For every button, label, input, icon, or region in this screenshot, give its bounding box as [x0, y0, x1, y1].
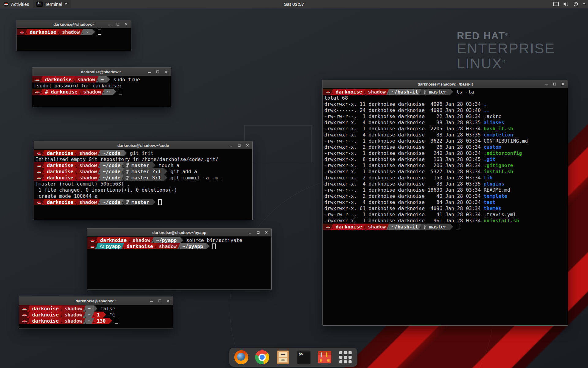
- prompt-line: darknoiseshadow~/pyappsource bin/activat…: [87, 237, 271, 243]
- output-line: Initialized empty Git repository in /hom…: [34, 156, 252, 162]
- minimize-button[interactable]: [149, 299, 154, 303]
- segment-text: darknoise: [32, 318, 59, 324]
- dock-item-files[interactable]: [276, 350, 290, 364]
- file-list-row: drwxrwxr-x. 4 darknoise darknoise 38 Jan…: [323, 119, 568, 125]
- prompt-arrow-cap: [153, 162, 156, 168]
- titlebar[interactable]: darknoise@shadow:~/bash-it: [323, 80, 568, 88]
- grid-dot: [344, 360, 347, 363]
- prompt-segment-host: shadow: [78, 89, 104, 95]
- output-line: total 68: [323, 95, 568, 101]
- minimize-button[interactable]: [229, 143, 233, 148]
- command-text: touch a: [159, 163, 179, 168]
- git-branch-icon: [424, 90, 427, 94]
- maximize-button[interactable]: [256, 230, 260, 235]
- terminal-content[interactable]: darknoiseshadow~sudo true[sudo] password…: [32, 76, 171, 107]
- chevron-down-icon: [64, 3, 67, 5]
- titlebar[interactable]: darknoise@shadow:~/code: [34, 141, 252, 150]
- rhel-logo: RED HAT® ENTERPRISE LINUX®: [457, 31, 555, 71]
- terminal-app-icon: $>: [36, 2, 43, 7]
- dock-item-terminal[interactable]: $>: [297, 350, 311, 364]
- file-name: ..: [484, 107, 489, 113]
- terminal-content[interactable]: darknoiseshadow~/pyappsource bin/activat…: [87, 236, 271, 289]
- git-branch-icon: [126, 200, 130, 205]
- dock-item-toolbox[interactable]: [318, 350, 332, 364]
- prompt-segment-host: shadow: [59, 312, 86, 318]
- redhat-icon: [37, 176, 42, 179]
- segment-text: ~: [88, 306, 91, 312]
- clock[interactable]: Sat 03:57: [284, 2, 304, 7]
- titlebar[interactable]: darknoise@shadow:~/pyapp: [87, 228, 271, 237]
- titlebar[interactable]: darknoise@shadow:~: [19, 297, 173, 305]
- maximize-button[interactable]: [237, 143, 241, 148]
- close-button[interactable]: [264, 230, 269, 235]
- minimize-button[interactable]: [544, 82, 548, 86]
- terminal-cursor: [119, 89, 122, 94]
- grid-dot: [339, 356, 342, 359]
- close-button[interactable]: [164, 70, 168, 74]
- chrome-icon: [255, 350, 269, 364]
- command-text: source bin/activate: [186, 237, 242, 243]
- file-list-row: drwxrwxr-x. 61 darknoise darknoise 4096 …: [323, 205, 568, 211]
- prompt-arrow-cap: [113, 89, 116, 95]
- maximize-button[interactable]: [158, 299, 162, 303]
- prompt-segment-host: shadow: [59, 305, 86, 312]
- file-meta: drwxrwxr-x. 61 darknoise darknoise 4096 …: [324, 205, 484, 211]
- segment-text: ~/pyapp: [183, 243, 203, 249]
- maximize-button[interactable]: [116, 22, 120, 26]
- segment-text: ~: [88, 318, 91, 324]
- command-text: ls -la: [456, 89, 474, 95]
- prompt-segment-host: shadow: [363, 224, 389, 230]
- minimize-button[interactable]: [107, 22, 112, 26]
- file-name: aliases: [484, 120, 504, 125]
- rhel-logo-line1: RED HAT®: [457, 31, 555, 41]
- segment-text: master: [131, 163, 149, 168]
- command-text: git add a: [171, 169, 197, 174]
- file-name: uninstall.sh: [484, 218, 519, 224]
- minimize-button[interactable]: [248, 230, 252, 235]
- terminal-content[interactable]: darknoiseshadow~/codegit initInitialized…: [34, 149, 252, 220]
- close-button[interactable]: [561, 82, 565, 86]
- window-title: darknoise@shadow:~/bash-it: [418, 82, 473, 86]
- prompt-segment-host: shadow: [74, 150, 100, 156]
- firefox-icon: [234, 350, 248, 364]
- close-button[interactable]: [124, 22, 128, 26]
- close-icon: [125, 23, 128, 26]
- focused-app-menu[interactable]: $> Terminal: [33, 0, 71, 8]
- close-button[interactable]: [245, 143, 250, 148]
- file-meta: -rwxrwxr-x. 1 darknoise darknoise 5327 J…: [324, 169, 484, 174]
- activities-button[interactable]: Activities: [0, 0, 33, 8]
- python-venv-icon: [100, 244, 104, 248]
- dock-item-firefox[interactable]: [234, 350, 248, 364]
- prompt-segment-host: shadow: [74, 199, 100, 205]
- window-title: darknoise@shadow:~: [76, 299, 117, 303]
- file-name: plugins: [484, 181, 504, 187]
- dock-item-app-grid[interactable]: [338, 350, 352, 364]
- system-status-area[interactable]: [553, 0, 586, 8]
- file-list-row: -rw-rw-r--. 1 darknoise darknoise 3622 J…: [323, 138, 568, 144]
- close-icon: [561, 82, 564, 86]
- file-name: bash_it.sh: [484, 126, 513, 132]
- segment-text: master ?:1: [131, 169, 161, 174]
- maximize-icon: [257, 231, 260, 234]
- command-text: git commit -a -m .: [171, 175, 224, 181]
- minimize-button[interactable]: [147, 70, 152, 74]
- close-button[interactable]: [166, 299, 170, 303]
- segment-text: shadow: [368, 224, 386, 230]
- screwdriver-tool: [326, 352, 327, 357]
- terminal-content[interactable]: darknoiseshadow~/bash-itmasterls -latota…: [323, 88, 568, 325]
- file-list-row: drwxrwxr-x. 2 darknoise darknoise 26 Jan…: [323, 144, 568, 150]
- maximize-button[interactable]: [156, 70, 160, 74]
- terminal-content[interactable]: darknoiseshadow~: [17, 28, 131, 51]
- command-text: false: [100, 306, 115, 312]
- maximize-button[interactable]: [552, 82, 557, 86]
- file-name: completion: [484, 132, 513, 138]
- dock-item-chrome[interactable]: [255, 350, 269, 364]
- minimize-icon: [545, 82, 548, 86]
- maximize-icon: [116, 23, 119, 26]
- file-list-row: drwxrwxr-x. 11 darknoise darknoise 4096 …: [323, 101, 568, 107]
- terminal-content[interactable]: darknoiseshadow~falsedarknoiseshadow~1^C…: [19, 305, 173, 328]
- titlebar[interactable]: darknoise@shadow:~: [32, 68, 171, 76]
- segment-text: pyapp: [106, 243, 121, 249]
- segment-text: shadow: [79, 163, 97, 168]
- titlebar[interactable]: darknoise@shadow:~: [17, 20, 131, 29]
